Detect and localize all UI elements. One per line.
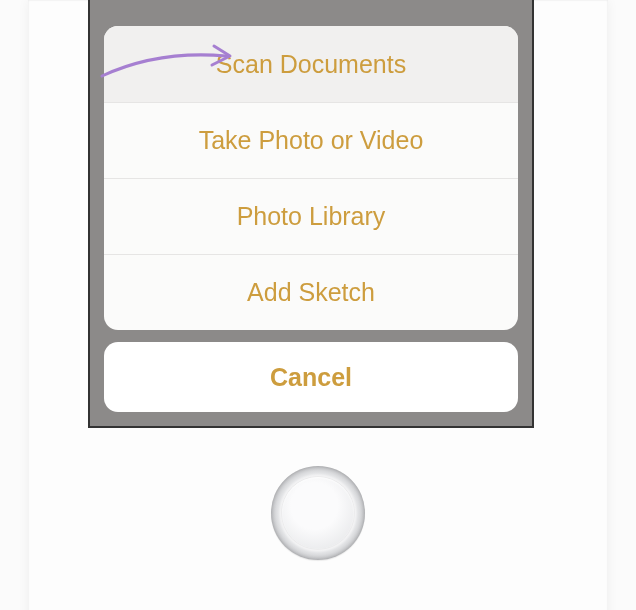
action-take-photo-video[interactable]: Take Photo or Video (104, 102, 518, 178)
action-scan-documents[interactable]: Scan Documents (104, 26, 518, 102)
action-label: Add Sketch (247, 278, 375, 307)
action-photo-library[interactable]: Photo Library (104, 178, 518, 254)
action-label: Take Photo or Video (199, 126, 424, 155)
home-button[interactable] (271, 466, 365, 560)
cancel-button[interactable]: Cancel (104, 342, 518, 412)
action-sheet: Scan Documents Take Photo or Video Photo… (104, 26, 518, 330)
phone-screen: Scan Documents Take Photo or Video Photo… (88, 0, 534, 428)
phone-chassis: Scan Documents Take Photo or Video Photo… (28, 0, 608, 610)
home-button-surface (282, 477, 354, 549)
action-label: Scan Documents (216, 50, 406, 79)
cancel-label: Cancel (270, 363, 352, 392)
action-add-sketch[interactable]: Add Sketch (104, 254, 518, 330)
action-label: Photo Library (237, 202, 386, 231)
